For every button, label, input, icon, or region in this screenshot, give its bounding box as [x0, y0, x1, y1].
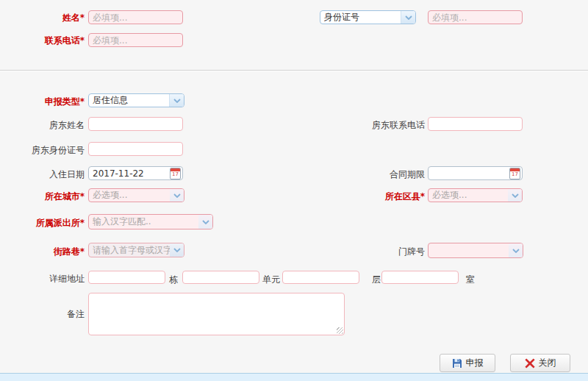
- building-unit-label: 栋: [169, 274, 178, 286]
- chevron-down-icon: [170, 189, 184, 202]
- house-no-value: [429, 243, 509, 257]
- contract-term-label: 合同期限: [316, 169, 425, 179]
- name-label: 姓名*: [4, 13, 85, 23]
- chevron-down-icon: [509, 243, 523, 257]
- landlord-name-label: 房东姓名: [4, 120, 85, 130]
- calendar-icon-day: 17: [171, 171, 180, 178]
- submit-button[interactable]: 申报: [440, 354, 495, 372]
- room-unit-label: 室: [466, 274, 475, 286]
- landlord-id-input[interactable]: [88, 142, 183, 156]
- street-placeholder: 请输入首字母或汉字...: [89, 243, 170, 257]
- save-icon: [452, 358, 462, 368]
- landlord-phone-input[interactable]: [428, 117, 523, 131]
- contract-term-input[interactable]: [428, 166, 523, 180]
- police-station-placeholder: 输入汉字匹配..: [89, 215, 198, 229]
- address-input[interactable]: [88, 271, 165, 284]
- street-select[interactable]: 请输入首字母或汉字...: [88, 243, 184, 257]
- footer-bar: [0, 373, 588, 381]
- district-placeholder: 必选项...: [429, 189, 508, 202]
- calendar-icon[interactable]: 17: [509, 168, 520, 179]
- id-type-selected-value: 身份证号: [320, 11, 401, 24]
- street-label: 街路巷*: [4, 246, 85, 257]
- chevron-down-icon: [169, 94, 184, 107]
- house-no-select[interactable]: [428, 243, 523, 258]
- house-no-label: 门牌号: [316, 246, 425, 257]
- resize-handle[interactable]: [337, 327, 343, 334]
- district-select[interactable]: 必选项...: [428, 188, 523, 202]
- building-input[interactable]: [182, 271, 259, 284]
- chevron-down-icon: [198, 215, 212, 229]
- close-button-label: 关闭: [539, 357, 556, 369]
- police-station-label: 所属派出所*: [4, 218, 85, 228]
- declaration-form-window: 姓名* 身份证号 联系电话* 申报类型* 居住信息 房东姓名 房东联系电话 房东…: [0, 0, 588, 381]
- landlord-id-label: 房东身份证号: [4, 145, 85, 155]
- calendar-icon-day: 17: [510, 171, 520, 178]
- section-divider: [0, 70, 588, 71]
- city-placeholder: 必选项...: [89, 189, 170, 202]
- declare-type-label: 申报类型*: [4, 96, 85, 107]
- district-label: 所在区县*: [316, 191, 425, 202]
- declare-type-select[interactable]: 居住信息: [88, 93, 184, 107]
- checkin-date-input[interactable]: [88, 166, 183, 180]
- remarks-textarea[interactable]: [88, 293, 345, 335]
- phone-input[interactable]: [88, 33, 183, 47]
- id-type-select[interactable]: 身份证号: [320, 10, 416, 24]
- landlord-name-input[interactable]: [88, 117, 183, 131]
- remarks-label: 备注: [4, 309, 85, 319]
- landlord-phone-label: 房东联系电话: [316, 120, 425, 130]
- city-label: 所在城市*: [4, 191, 85, 202]
- floor-input[interactable]: [381, 271, 459, 284]
- chevron-down-icon: [170, 243, 184, 257]
- chevron-down-icon: [508, 189, 522, 202]
- city-select[interactable]: 必选项...: [88, 188, 184, 202]
- declare-type-selected-value: 居住信息: [89, 94, 169, 107]
- floor-unit-label: 层: [372, 274, 381, 286]
- close-icon: [525, 358, 535, 368]
- checkin-date-label: 入住日期: [4, 169, 85, 179]
- calendar-icon[interactable]: 17: [170, 168, 181, 179]
- submit-button-label: 申报: [466, 357, 484, 369]
- close-button[interactable]: 关闭: [510, 354, 570, 372]
- police-station-select[interactable]: 输入汉字匹配..: [88, 214, 213, 229]
- phone-label: 联系电话*: [4, 35, 85, 46]
- id-number-input[interactable]: [428, 10, 523, 24]
- address-label: 详细地址: [4, 274, 85, 284]
- unit-unit-label: 单元: [262, 274, 280, 286]
- unit-input[interactable]: [282, 271, 359, 284]
- chevron-down-icon: [401, 11, 415, 24]
- name-input[interactable]: [88, 10, 183, 24]
